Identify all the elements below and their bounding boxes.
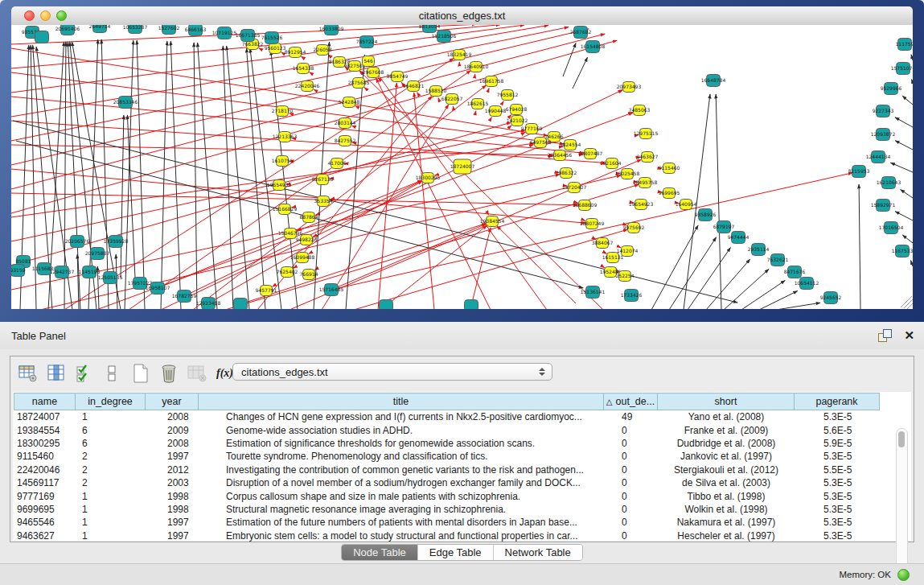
table-cell: 14569117 [14,477,76,488]
graph-node-label: 7615526 [261,35,283,40]
graph-edge [11,122,511,266]
table-row[interactable]: 1872400712008Changes of HCN gene express… [14,410,880,423]
graph-node-label: 20973493 [617,84,642,89]
table-area: namein_degreeyeartitle△out_de...shortpag… [13,392,911,541]
graph-node-label: 20691406 [55,26,80,31]
tab-node-table[interactable]: Node Table [342,545,418,560]
graph-node-label: 20364456 [548,152,573,158]
table-tabs-bar: Node TableEdge TableNetwork Table [0,544,924,560]
graph-edge [901,190,913,198]
graph-node-label: 746266 [545,134,564,139]
table-cell: 0 [604,530,658,542]
column-header-label: in_degree [88,396,133,407]
graph-node-label: 5242848 [339,99,360,105]
table-row[interactable]: 1938455462009Genome-wide association stu… [14,423,880,436]
table-cell: 2003 [146,477,199,488]
tab-edge-table[interactable]: Edge Table [418,545,494,560]
graph-edge [314,89,315,90]
graph-node-label: 7632621 [767,257,789,262]
close-panel-icon[interactable]: ✕ [904,328,914,343]
dropdown-arrows-icon [539,368,545,376]
table-row[interactable]: 1456911722003Disruption of a novel membe… [14,476,880,489]
column-header-short[interactable]: short [658,393,795,410]
delete-trash-icon[interactable] [158,363,179,384]
graph-edge [573,57,588,89]
table-row[interactable]: 946362711997Embryonic stem cells: a mode… [14,529,880,542]
column-header-name[interactable]: name [14,393,76,410]
graph-edge [351,126,353,126]
graph-node[interactable] [35,31,49,43]
graph-node-label: 8813054 [419,25,441,29]
graph-node-label: 10025458 [615,171,640,176]
graph-node-label: 9777169 [521,126,543,131]
graph-node-label: 19654932 [267,182,292,187]
new-table-icon[interactable] [129,363,151,384]
table-cell: 5.3E-5 [795,411,880,422]
graph-node[interactable] [380,300,393,310]
graph-node-label: 16782759 [172,293,197,299]
table-cell: 6 [76,425,146,436]
graph-edge [688,248,730,309]
column-header-title[interactable]: title [199,393,604,410]
graph-node-label: 9529966 [881,85,902,91]
float-panel-icon[interactable] [878,329,893,342]
graph-node-label: 15166829 [273,206,298,212]
column-header-year[interactable]: year [146,393,199,410]
table-cell: 1 [76,491,146,502]
graph-edge [11,193,578,205]
graph-edge [859,184,860,309]
graph-node-label: 16671385 [236,32,261,38]
table-cell: 1 [76,504,146,515]
column-header-in_degree[interactable]: in_degree [76,393,146,410]
graph-edge [194,43,197,309]
column-header-pagerank[interactable]: pagerank [795,393,880,410]
graph-node[interactable] [465,300,478,310]
table-selector-dropdown[interactable]: citations_edges.txt [232,363,552,381]
graph-node-label: 8427552 [335,138,356,143]
graph-node[interactable] [234,299,248,310]
table-row[interactable]: 1830029562008Estimation of significance … [14,437,880,450]
graph-edge [724,269,769,309]
graph-node-label: 12505135 [98,274,123,280]
graph-node-label: 1145193 [79,269,101,274]
table-row[interactable]: 946554611997Estimation of the future num… [14,516,880,529]
table-cell: Corpus callosum shape and size in male p… [199,491,604,502]
graph-node-label: 18325419 [447,51,472,57]
column-header-out_de[interactable]: △out_de... [604,393,658,410]
table-panel-header: Table Panel ✕ [0,322,924,349]
column-header-label: title [393,396,409,407]
table-cell: 5.3E-5 [795,504,880,515]
scrollbar-thumb[interactable] [898,431,905,447]
graph-node-label: 10688609 [573,202,598,208]
graph-node-label: 10653287 [123,25,148,30]
table-rows: 1872400712008Changes of HCN gene express… [14,410,880,542]
graph-node-label: 2718170 [272,108,294,113]
graph-node-label: 12942737 [50,269,75,274]
tab-network-table[interactable]: Network Table [494,545,582,560]
graph-edge [11,121,606,163]
table-cell: Changes of HCN gene expression and I(f) … [199,411,604,422]
table-row[interactable]: 977716911998Corpus callosum shape and si… [14,489,880,502]
graph-node-label: 6794028 [506,106,528,112]
network-canvas[interactable]: 1872400718325419186409101696175879558121… [11,25,913,309]
graph-node-label: 226058 [314,47,332,52]
table-cell: Investigating the contribution of common… [199,464,604,476]
graph-node-label: 9227343 [873,108,894,113]
table-cell: 22420046 [14,464,76,476]
column-header-label: short [715,396,737,407]
graph-edge [378,83,396,309]
row-selection-icon[interactable] [73,363,95,384]
table-row[interactable]: 2242004622012Investigating the contribut… [14,463,880,476]
table-cell: 2 [76,477,146,488]
table-row[interactable]: 969969511998Structural magnetic resonanc… [14,503,880,516]
clear-selection-icon[interactable] [101,363,123,384]
table-settings-icon[interactable] [17,363,39,384]
graph-edge [364,88,366,89]
column-visibility-icon[interactable] [45,363,67,384]
window-titlebar[interactable]: citations_edges.txt [11,6,913,26]
table-row[interactable]: 911546021997Tourette syndrome. Phenomeno… [14,450,880,463]
graph-edge [259,48,261,49]
graph-edge [414,93,434,309]
graph-node-label: 1610755 [272,158,294,163]
graph-node-label: 10654112 [795,280,819,286]
